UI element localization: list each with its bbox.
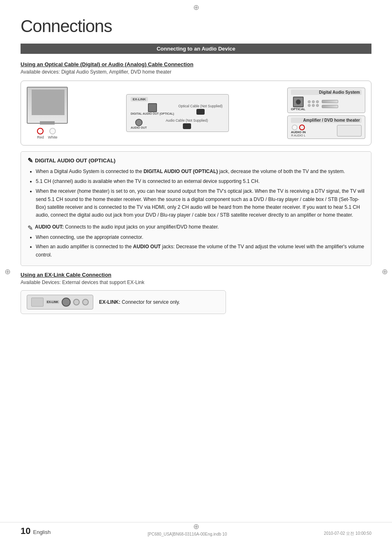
center-box: EX-LINK DIGITAL AUDIO OUT (OPTICAL) Opti… xyxy=(126,94,229,132)
pencil-icon: ✎ xyxy=(28,157,33,164)
audio-out-intro: AUDIO OUT: Connects to the audio input j… xyxy=(35,224,219,230)
audio-out-bold: AUDIO OUT xyxy=(133,244,161,250)
ex-link-section: Using an EX-Link Cable Connection Availa… xyxy=(21,272,371,314)
digital-audio-ports: OPTICAL xyxy=(291,97,362,111)
ex-link-diagram: EX-LINK EX-LINK: Connector for service o… xyxy=(21,290,226,314)
crosshair-right-icon: ⊕ xyxy=(380,268,389,276)
audio-out-header: ✎ AUDIO OUT: Connects to the audio input… xyxy=(28,224,364,232)
rca-white-circle xyxy=(49,128,56,134)
dot-4 xyxy=(308,104,311,107)
tv-diagram: Red White xyxy=(27,87,68,139)
cable-plug-right xyxy=(201,109,205,115)
footer-file: [PC680_USA]BN68-03116A-00Eng.indb 10 xyxy=(148,532,227,536)
audio-cable xyxy=(183,123,191,129)
optical-available-devices: Available devices: Digital Audio System,… xyxy=(21,69,371,75)
ex-link-desc-text: Connector for service only. xyxy=(122,299,180,305)
digital-audio-out-label: DIGITAL AUDIO OUT (OPTICAL) xyxy=(131,112,174,115)
amplifier-ports: AUDIO IN R AUDIO L xyxy=(291,125,362,137)
digital-audio-title-text: DIGITAL AUDIO OUT (OPTICAL) xyxy=(35,157,115,164)
english-label: English xyxy=(33,529,51,535)
digital-audio-system-box: Digital Audio System OPTICAL xyxy=(287,88,365,113)
rca-red-label: Red xyxy=(37,135,44,139)
optical-in-inner xyxy=(296,99,301,104)
audio-cable-label: Audio Cable (Not Supplied) xyxy=(166,118,208,122)
dot-3 xyxy=(316,100,319,103)
audio-out-diagram-label: AUDIO OUT xyxy=(131,126,147,129)
amplifier-box: Amplifier / DVD home theater AUDIO IN R … xyxy=(287,116,365,139)
audio-cable-plug-right xyxy=(187,123,191,129)
audio-out-item-2: When an audio amplifier is connected to … xyxy=(36,243,364,259)
audio-out-block: ✎ AUDIO OUT: Connects to the audio input… xyxy=(28,224,364,259)
ex-link-bold-label: EX-LINK: xyxy=(99,299,120,305)
rca-red-connector: Red xyxy=(37,128,44,139)
device-dots xyxy=(308,100,319,107)
rca-white-label: White xyxy=(48,135,58,139)
notes-section: ✎ DIGITAL AUDIO OUT (OPTICAL) When a Dig… xyxy=(21,151,371,266)
dot-6 xyxy=(316,104,319,107)
ex-link-title: Using an EX-Link Cable Connection xyxy=(21,272,371,278)
optical-port-group: DIGITAL AUDIO OUT (OPTICAL) xyxy=(131,103,174,115)
cable-plug-left xyxy=(196,109,201,115)
audio-out-item-1: When connecting, use the appropriate con… xyxy=(36,233,364,241)
section-header: Connecting to an Audio Device xyxy=(21,44,371,54)
rca-l xyxy=(299,125,305,130)
tv-audio-connectors: Red White xyxy=(37,128,58,139)
ex-link-device-body xyxy=(31,298,44,307)
device-slider-2 xyxy=(322,105,338,108)
tv-image xyxy=(27,87,68,124)
pencil-icon-2: ✎ xyxy=(28,224,33,232)
ex-link-badge-label: EX-LINK xyxy=(46,300,59,304)
ex-link-hardware: EX-LINK xyxy=(27,295,93,310)
page-number: 10 xyxy=(21,526,30,536)
audio-cable-row: AUDIO OUT Audio Cable (Not Supplied) xyxy=(131,118,224,129)
crosshair-top-icon: ⊕ xyxy=(192,3,200,12)
audio-cable-plug-left xyxy=(183,123,187,129)
optical-in-label: OPTICAL xyxy=(291,107,305,111)
optical-cable-label: Optical Cable (Not Supplied) xyxy=(178,104,223,108)
audio-out-notes-list: When connecting, use the appropriate con… xyxy=(28,233,364,259)
tv-stand xyxy=(40,121,55,125)
digital-audio-system-title: Digital Audio System xyxy=(291,90,362,95)
footer-date: 2010-07-02 오전 10:00:50 xyxy=(324,531,371,536)
audio-out-title: AUDIO OUT: xyxy=(35,224,64,230)
center-connection-panel: EX-LINK DIGITAL AUDIO OUT (OPTICAL) Opti… xyxy=(126,94,229,132)
tv-screen xyxy=(32,90,65,115)
dot-2 xyxy=(312,100,315,103)
audio-out-port-group: AUDIO OUT xyxy=(131,119,147,129)
page-title: Connections xyxy=(21,16,371,36)
audio-out-port xyxy=(135,119,143,126)
ex-link-badge: EX-LINK xyxy=(131,97,148,102)
ex-link-text: EX-LINK: Connector for service only. xyxy=(99,299,180,305)
rca-red-circle xyxy=(37,128,44,134)
audio-in-rca-row xyxy=(292,125,305,130)
dot-5 xyxy=(312,104,315,107)
crosshair-left-icon: ⊕ xyxy=(3,268,12,276)
dot-1 xyxy=(308,100,311,103)
audio-in-group: AUDIO IN R AUDIO L xyxy=(291,125,306,137)
ex-link-main-connector xyxy=(62,298,71,307)
digital-audio-note-title: ✎ DIGITAL AUDIO OUT (OPTICAL) xyxy=(28,157,364,164)
optical-cable-group: Optical Cable (Not Supplied) xyxy=(177,104,224,115)
amplifier-body xyxy=(337,125,362,136)
optical-port-row: DIGITAL AUDIO OUT (OPTICAL) Optical Cabl… xyxy=(131,103,224,115)
footer: 10 English [PC680_USA]BN68-03116A-00Eng.… xyxy=(0,522,392,536)
right-devices-column: Digital Audio System OPTICAL xyxy=(287,88,365,139)
ex-link-small-connector-1 xyxy=(73,299,80,305)
optical-in-group: OPTICAL xyxy=(291,97,305,111)
amplifier-title: Amplifier / DVD home theater xyxy=(291,118,362,123)
optical-cable xyxy=(196,109,205,115)
note-item-3: When the receiver (home theater) is set … xyxy=(36,187,364,219)
bold-1: DIGITAL AUDIO OUT (OPTICAL) xyxy=(143,169,218,174)
note-item-1: When a Digital Audio System is connected… xyxy=(36,168,364,176)
device-controls xyxy=(322,99,338,108)
audio-cable-group: Audio Cable (Not Supplied) xyxy=(149,118,224,129)
device-slider xyxy=(322,100,338,103)
optical-square-port xyxy=(148,103,157,112)
audio-in-label: AUDIO IN xyxy=(291,130,306,134)
footer-left: 10 English xyxy=(21,526,51,536)
amplifier-right-side xyxy=(308,125,362,136)
audio-out-intro-text: Connects to the audio input jacks on you… xyxy=(65,224,219,230)
optical-in-port xyxy=(293,97,304,107)
rca-white-connector: White xyxy=(48,128,58,139)
ex-link-available-devices: Available Devices: External devices that… xyxy=(21,280,371,285)
